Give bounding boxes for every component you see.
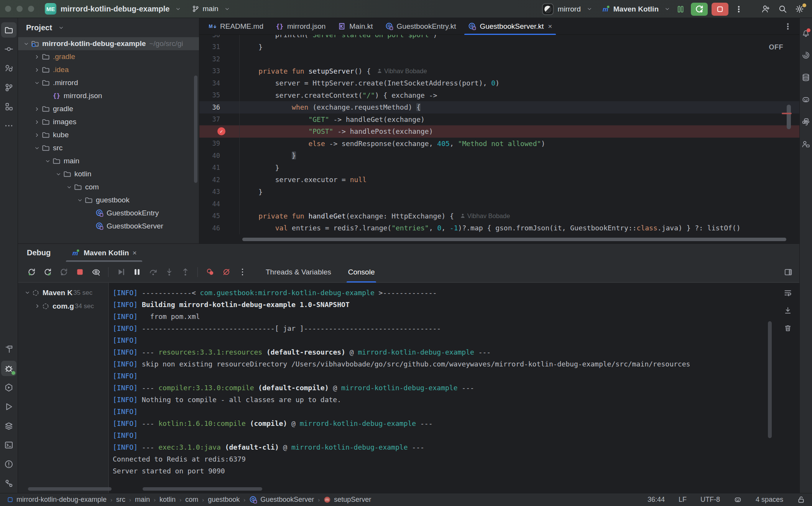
breakpoints-button[interactable] (203, 265, 217, 279)
stop-button[interactable] (712, 3, 728, 16)
chevron-right-icon[interactable] (33, 119, 41, 125)
line-number[interactable]: 46 (199, 222, 240, 234)
layers-icon[interactable] (1, 418, 16, 434)
rerun-button[interactable] (24, 265, 39, 279)
ai-assistant-status-icon[interactable] (734, 496, 742, 504)
chevron-down-icon[interactable] (54, 171, 62, 177)
chevron-down-icon[interactable] (33, 145, 41, 151)
line-number[interactable]: 41 (199, 162, 240, 174)
run-icon[interactable] (1, 399, 16, 414)
line-number[interactable]: 34 (199, 77, 240, 89)
debug-console[interactable]: [INFO] ------------< com.guestbook:mirro… (109, 283, 799, 493)
author-inlay-hint[interactable]: Vibhav Bobade (377, 67, 427, 75)
terminal-icon[interactable] (1, 437, 16, 453)
breadcrumb-guestbookserver[interactable]: GuestbookServer (249, 496, 314, 504)
tree-item-mirrord-kotlin-debug-example[interactable]: mirrord-kotlin-debug-example~/go/src/gi (18, 37, 199, 50)
project-badge[interactable]: ME (45, 3, 56, 15)
chevron-right-icon[interactable] (33, 54, 41, 60)
tree-item-guestbookentry[interactable]: GuestbookEntry (18, 207, 199, 220)
project-widget[interactable]: mirrord-kotlin-debug-example (56, 5, 181, 13)
console-horizontal-scrollbar[interactable] (143, 487, 262, 491)
stop-button[interactable] (72, 265, 87, 279)
mirrord-selector[interactable]: mirrord (558, 5, 592, 13)
pause-program-button[interactable] (130, 265, 144, 279)
settings-button[interactable] (793, 3, 806, 16)
tree-item-com[interactable]: com (18, 181, 199, 194)
version-control-icon[interactable] (1, 476, 16, 491)
step-into-button[interactable] (162, 265, 176, 279)
breadcrumb-main[interactable]: main (135, 496, 150, 504)
mirrord-logo-icon[interactable] (542, 3, 554, 15)
step-out-button[interactable] (178, 265, 192, 279)
caret-position[interactable]: 36:44 (648, 496, 665, 504)
breadcrumb-kotlin[interactable]: kotlin (159, 496, 176, 504)
line-number[interactable]: 45 (199, 210, 240, 222)
close-icon[interactable]: × (548, 22, 552, 31)
tree-item-mirrord-json[interactable]: {}mirrord.json (18, 89, 199, 102)
view-tab-console[interactable]: Console (348, 262, 375, 283)
project-folder-icon[interactable] (1, 22, 16, 38)
scroll-to-end-button[interactable] (781, 304, 795, 317)
chevron-down-icon[interactable] (22, 41, 30, 47)
breakpoint-gutter[interactable]: ✓ (199, 125, 240, 138)
tab-main-kt[interactable]: Main.kt (332, 18, 379, 35)
clear-all-button[interactable] (781, 321, 795, 335)
step-over-button[interactable] (146, 265, 160, 279)
editor-horizontal-scrollbar[interactable] (242, 238, 786, 241)
layout-settings-button[interactable] (784, 268, 792, 276)
commit-icon[interactable] (1, 41, 16, 57)
tree-item--mirrord[interactable]: .mirrord (18, 76, 199, 89)
database-icon[interactable] (800, 72, 812, 83)
line-number[interactable]: 35 (199, 89, 240, 102)
tab-guestbookserver-kt[interactable]: GuestbookServer.kt× (462, 18, 558, 35)
close-icon[interactable]: × (132, 249, 136, 257)
add-user-button[interactable] (759, 3, 772, 16)
python-packages-icon[interactable] (800, 116, 812, 128)
minimize-window-icon[interactable] (16, 6, 23, 12)
tab-guestbookentry-kt[interactable]: GuestbookEntry.kt (379, 18, 462, 35)
breadcrumb-guestbook[interactable]: guestbook (208, 496, 240, 504)
close-window-icon[interactable] (5, 6, 11, 12)
line-number[interactable]: 31 (199, 41, 240, 53)
code-editor[interactable]: 30 println("Server started on port $port… (199, 35, 799, 243)
notifications-icon[interactable] (800, 27, 812, 39)
line-number[interactable]: 39 (199, 138, 240, 150)
more-tools-icon[interactable] (1, 118, 16, 133)
breadcrumb-src[interactable]: src (116, 496, 125, 504)
tree-item-gradle[interactable]: gradle (18, 102, 199, 115)
breakpoint-icon[interactable]: ✓ (217, 127, 225, 135)
project-panel-header[interactable]: Project (18, 18, 199, 37)
more-options-button[interactable] (235, 265, 250, 279)
console-vertical-scrollbar[interactable] (768, 321, 772, 438)
author-inlay-hint[interactable]: Vibhav Bobade (460, 212, 510, 220)
chevron-right-icon[interactable] (33, 303, 42, 309)
tree-item-kube[interactable]: kube (18, 128, 199, 141)
more-actions-button[interactable] (732, 3, 745, 16)
tab-mirrord-json[interactable]: {}mirrord.json (270, 18, 332, 35)
chevron-right-icon[interactable] (33, 67, 41, 73)
restart-debug-button[interactable] (40, 265, 55, 279)
chevron-right-icon[interactable] (33, 106, 41, 112)
resume-button[interactable] (56, 265, 71, 279)
tab-readme-md[interactable]: MREADME.md (202, 18, 270, 35)
tree-item-guestbookserver[interactable]: GuestbookServer (18, 220, 199, 233)
line-number[interactable]: 36 (199, 101, 240, 113)
line-number[interactable]: 44 (199, 198, 240, 210)
pause-button[interactable] (674, 3, 687, 16)
line-number[interactable]: 30 (199, 35, 240, 41)
tree-item--gradle[interactable]: .gradle (18, 50, 199, 63)
chevron-down-icon[interactable] (33, 80, 41, 86)
file-encoding[interactable]: UTF-8 (700, 496, 720, 504)
tab-options-button[interactable] (784, 23, 792, 30)
editor-vertical-scrollbar[interactable] (787, 105, 791, 129)
line-number[interactable]: 40 (199, 150, 240, 162)
debug-session-node[interactable]: com.g34 sec (18, 299, 108, 313)
debug-icon[interactable] (1, 361, 16, 376)
mute-breakpoints-button[interactable] (219, 265, 233, 279)
chevron-right-icon[interactable] (33, 132, 41, 138)
vcs-widget[interactable]: main (192, 5, 230, 13)
soft-wrap-button[interactable] (781, 286, 795, 300)
tree-item-guestbook[interactable]: guestbook (18, 194, 199, 207)
breadcrumb-setupserver[interactable]: msetupServer (324, 496, 371, 504)
problems-icon[interactable] (1, 457, 16, 472)
